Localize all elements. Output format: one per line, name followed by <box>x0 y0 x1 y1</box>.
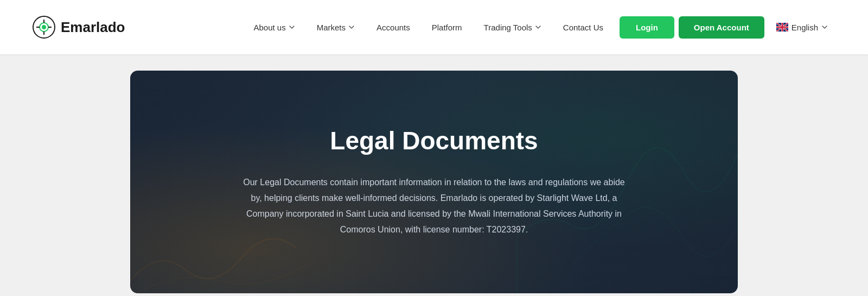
nav-item-platform: Platform <box>422 17 472 37</box>
chevron-down-icon <box>289 24 295 30</box>
nav-link-contact[interactable]: Contact Us <box>553 17 613 37</box>
chevron-down-icon <box>821 24 828 30</box>
hero-description: Our Legal Documents contain important in… <box>239 175 629 237</box>
navbar: Emarlado About us Markets Accounts <box>0 0 868 54</box>
language-label: English <box>792 23 818 32</box>
nav-item-markets: Markets <box>307 17 365 37</box>
logo-text: Emarlado <box>61 19 125 36</box>
nav-links: About us Markets Accounts Platform <box>244 17 613 37</box>
nav-link-accounts[interactable]: Accounts <box>367 17 420 37</box>
flag-icon <box>776 23 788 32</box>
hero-card: Legal Documents Our Legal Documents cont… <box>130 71 738 293</box>
nav-item-trading-tools: Trading Tools <box>474 17 551 37</box>
nav-item-about: About us <box>244 17 304 37</box>
chevron-down-icon <box>535 24 541 30</box>
hero-title: Legal Documents <box>330 126 538 155</box>
main-content: Legal Documents Our Legal Documents cont… <box>0 54 868 296</box>
nav-link-trading-tools[interactable]: Trading Tools <box>474 17 551 37</box>
language-selector[interactable]: English <box>769 17 835 37</box>
nav-item-accounts: Accounts <box>367 17 420 37</box>
nav-link-markets[interactable]: Markets <box>307 17 365 37</box>
chevron-down-icon <box>348 24 355 30</box>
nav-link-platform[interactable]: Platform <box>422 17 472 37</box>
nav-item-contact: Contact Us <box>553 17 613 37</box>
svg-point-2 <box>42 25 46 29</box>
login-button[interactable]: Login <box>620 16 674 39</box>
open-account-button[interactable]: Open Account <box>679 16 764 39</box>
logo-icon <box>33 16 55 39</box>
nav-link-about[interactable]: About us <box>244 17 304 37</box>
logo[interactable]: Emarlado <box>33 16 125 39</box>
